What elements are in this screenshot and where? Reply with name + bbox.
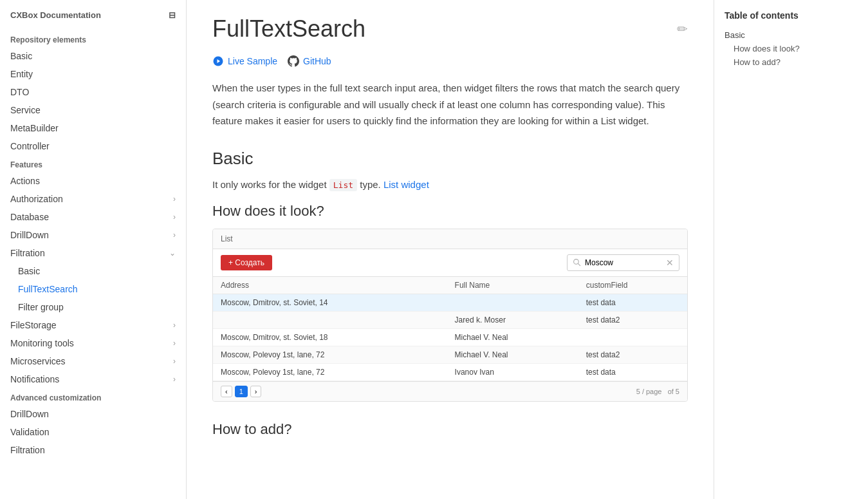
section-title-features: Features	[0, 155, 186, 172]
sidebar-item-microservices[interactable]: Microservices ›	[0, 352, 186, 370]
how-to-add-heading: How to add?	[212, 421, 688, 438]
sidebar-item-filestorage[interactable]: FileStorage ›	[0, 316, 186, 334]
sidebar-item-filtration-basic[interactable]: Basic	[0, 262, 186, 280]
preview-create-button[interactable]: + Создать	[221, 255, 272, 270]
table-cell-address: Moscow, Polevoy 1st, lane, 72	[213, 346, 447, 363]
list-code: List	[329, 179, 357, 191]
table-cell-customField: test data2	[578, 346, 687, 363]
list-widget-link[interactable]: List widget	[383, 179, 429, 190]
toc-item-basic[interactable]: Basic	[725, 28, 858, 42]
table-cell-address	[213, 311, 447, 328]
table-cell-customField: test data	[578, 294, 687, 311]
play-icon	[212, 55, 224, 67]
live-sample-link[interactable]: Live Sample	[212, 55, 277, 67]
section-title-advanced: Advanced customization	[0, 388, 186, 405]
preview-table: Address Full Name customField Moscow, Dm…	[213, 277, 687, 381]
github-link[interactable]: GitHub	[288, 55, 331, 67]
table-row: Moscow, Polevoy 1st, lane, 72Michael V. …	[213, 346, 687, 363]
sidebar-item-basic[interactable]: Basic	[0, 47, 186, 65]
col-header-customfield: customField	[578, 277, 687, 294]
svg-point-2	[574, 259, 579, 265]
table-cell-fullName: Michael V. Neal	[447, 328, 578, 346]
sidebar-item-service[interactable]: Service	[0, 101, 186, 119]
chevron-right-icon: ›	[173, 321, 176, 330]
sidebar-item-advanced-filtration[interactable]: Filtration	[0, 441, 186, 459]
footer-per-page: 5 / page of 5	[636, 388, 679, 395]
preview-footer: ‹ 1 › 5 / page of 5	[213, 381, 687, 401]
sidebar: CXBox Documentation ⊟ Repository element…	[0, 0, 187, 499]
table-cell-address: Moscow, Dmitrov, st. Soviet, 18	[213, 328, 447, 346]
table-row: Moscow, Polevoy 1st, lane, 72Ivanov Ivan…	[213, 363, 687, 381]
github-icon	[288, 55, 299, 67]
sidebar-item-validation[interactable]: Validation	[0, 423, 186, 441]
basic-heading: Basic	[212, 149, 688, 169]
table-cell-fullName: Ivanov Ivan	[447, 363, 578, 381]
links-row: Live Sample GitHub	[212, 55, 688, 67]
preview-box: List + Создать ✕ Address Full Name custo…	[212, 229, 688, 402]
preview-toolbar: + Создать ✕	[213, 249, 687, 277]
page-1-btn[interactable]: 1	[235, 386, 248, 397]
next-page-btn[interactable]: ›	[250, 386, 262, 397]
toc-item-how-to-add[interactable]: How to add?	[725, 55, 858, 69]
table-row: Jared k. Mosertest data2	[213, 311, 687, 328]
prev-page-btn[interactable]: ‹	[221, 386, 232, 397]
table-cell-address: Moscow, Polevoy 1st, lane, 72	[213, 363, 447, 381]
chevron-down-icon: ⌄	[169, 249, 176, 258]
pagination[interactable]: ‹ 1 ›	[221, 386, 261, 397]
main-content: FullTextSearch ✏ Live Sample GitHub When…	[187, 0, 714, 499]
sidebar-collapse-icon[interactable]: ⊟	[169, 10, 176, 20]
toc: Table of contents Basic How does it look…	[714, 0, 868, 499]
chevron-right-icon: ›	[173, 357, 176, 366]
sidebar-logo[interactable]: CXBox Documentation ⊟	[0, 10, 186, 30]
table-cell-fullName: Jared k. Moser	[447, 311, 578, 328]
search-clear-icon[interactable]: ✕	[666, 258, 674, 268]
sidebar-item-entity[interactable]: Entity	[0, 65, 186, 83]
preview-list-header: List	[213, 229, 687, 249]
toc-item-how-does-it-look[interactable]: How does it look?	[725, 42, 858, 55]
description-text: When the user types in the full text sea…	[212, 80, 688, 129]
table-cell-customField	[578, 328, 687, 346]
table-row: Moscow, Dmitrov, st. Soviet, 14test data	[213, 294, 687, 311]
col-header-fullname: Full Name	[447, 277, 578, 294]
chevron-right-icon: ›	[173, 212, 176, 221]
edit-icon[interactable]: ✏	[677, 21, 688, 37]
sidebar-item-database[interactable]: Database ›	[0, 208, 186, 226]
sidebar-item-advanced-drilldown[interactable]: DrillDown	[0, 405, 186, 423]
page-header: FullTextSearch ✏	[212, 15, 688, 42]
col-header-address: Address	[213, 277, 447, 294]
sidebar-item-fulltextsearch[interactable]: FullTextSearch	[0, 280, 186, 298]
how-does-it-look-heading: How does it look?	[212, 203, 688, 220]
sidebar-item-metabuilder[interactable]: MetaBuilder	[0, 119, 186, 137]
table-cell-fullName: Michael V. Neal	[447, 346, 578, 363]
toc-title: Table of contents	[725, 10, 858, 21]
preview-search-box[interactable]: ✕	[567, 254, 679, 271]
sidebar-item-filtration[interactable]: Filtration ⌄	[0, 244, 186, 262]
search-input[interactable]	[585, 258, 662, 267]
sidebar-logo-text: CXBox Documentation	[10, 10, 101, 20]
svg-line-3	[578, 263, 580, 266]
table-row: Moscow, Dmitrov, st. Soviet, 18Michael V…	[213, 328, 687, 346]
chevron-right-icon: ›	[173, 339, 176, 348]
sidebar-item-monitoring-tools[interactable]: Monitoring tools ›	[0, 334, 186, 352]
table-cell-fullName	[447, 294, 578, 311]
page-title: FullTextSearch	[212, 15, 365, 42]
basic-text: It only works for the widget List type. …	[212, 179, 688, 190]
sidebar-item-dto[interactable]: DTO	[0, 83, 186, 101]
chevron-right-icon: ›	[173, 231, 176, 240]
sidebar-item-controller[interactable]: Controller	[0, 137, 186, 155]
sidebar-item-filter-group[interactable]: Filter group	[0, 298, 186, 316]
table-cell-address: Moscow, Dmitrov, st. Soviet, 14	[213, 294, 447, 311]
chevron-right-icon: ›	[173, 375, 176, 384]
chevron-right-icon: ›	[173, 194, 176, 203]
section-title-repo: Repository elements	[0, 30, 186, 47]
sidebar-item-authorization[interactable]: Authorization ›	[0, 190, 186, 208]
sidebar-item-drilldown[interactable]: DrillDown ›	[0, 226, 186, 244]
table-cell-customField: test data	[578, 363, 687, 381]
search-icon	[573, 258, 581, 267]
table-cell-customField: test data2	[578, 311, 687, 328]
sidebar-item-actions[interactable]: Actions	[0, 172, 186, 190]
sidebar-item-notifications[interactable]: Notifications ›	[0, 370, 186, 388]
